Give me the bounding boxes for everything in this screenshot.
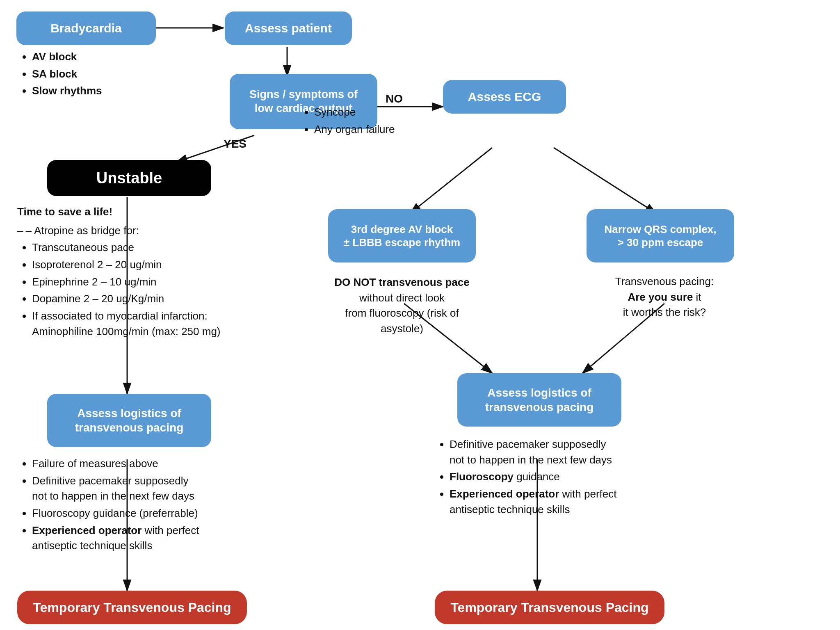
assess-ecg-box: Assess ECG [443,80,566,114]
no-label: NO [386,92,403,105]
assess-logistics-left-box: Assess logistics of transvenous pacing [47,394,211,447]
bradycardia-box: Bradycardia [16,11,156,45]
unstable-box: Unstable [47,160,211,196]
yes-label: YES [224,137,247,151]
logistics-left-bullets: Failure of measures above Definitive pac… [17,456,247,555]
svg-line-6 [410,148,492,213]
do-not-block: DO NOT transvenous pace without direct l… [324,275,480,337]
unstable-treatment: Time to save a life! –Atropine as bridge… [17,204,239,341]
assess-patient-box: Assess patient [225,11,352,45]
logistics-right-bullets: Definitive pacemaker supposedlynot to ha… [435,437,673,519]
syncope-block: Syncope Any organ failure [299,105,395,139]
svg-line-7 [554,148,656,213]
bradycardia-types: AV block SA block Slow rhythms [17,49,102,100]
narrow-qrs-box: Narrow QRS complex, > 30 ppm escape [587,209,734,262]
ttp-left-box: Temporary Transvenous Pacing [17,591,247,624]
assess-logistics-right-box: Assess logistics of transvenous pacing [457,373,621,427]
ttp-right-box: Temporary Transvenous Pacing [435,591,664,624]
third-degree-box: 3rd degree AV block ± LBBB escape rhythm [328,209,476,262]
are-you-sure-block: Transvenous pacing: Are you sure it it w… [587,274,742,320]
